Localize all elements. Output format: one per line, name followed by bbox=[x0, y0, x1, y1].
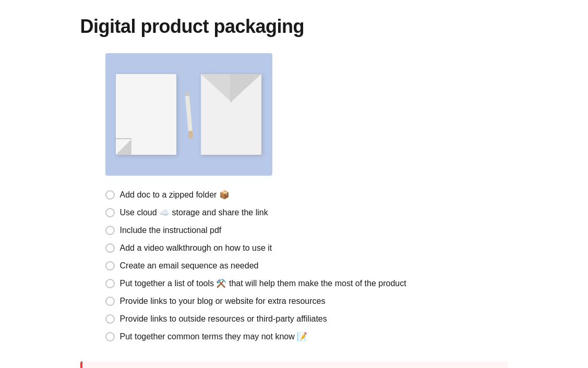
doc-illustration bbox=[105, 53, 272, 176]
image-block-row: + ⋮⋮ bbox=[80, 53, 508, 186]
checklist-label: Provide links to outside resources or th… bbox=[120, 313, 327, 325]
checkbox[interactable] bbox=[105, 190, 115, 200]
drag-handle[interactable]: ⋮⋮ bbox=[92, 258, 102, 268]
list-item[interactable]: Add doc to a zipped folder 📦 bbox=[105, 186, 230, 204]
checklist-label: Provide links to your blog or website fo… bbox=[120, 295, 326, 308]
add-block-button[interactable]: + bbox=[80, 276, 91, 286]
hero-image bbox=[105, 53, 272, 176]
drag-handle[interactable]: ⋮⋮ bbox=[92, 187, 102, 198]
drag-handle[interactable]: ⋮⋮ bbox=[92, 205, 102, 215]
add-block-button[interactable]: + bbox=[80, 187, 91, 198]
image-placeholder bbox=[105, 53, 272, 176]
content-area: + ⋮⋮ +⋮⋮Add doc to a zipped folder 📦+⋮⋮U… bbox=[80, 53, 508, 368]
drag-handle[interactable]: ⋮⋮ bbox=[92, 276, 102, 286]
add-block-button[interactable]: + bbox=[80, 205, 91, 215]
add-block-button[interactable]: + bbox=[80, 311, 91, 322]
drag-handle[interactable]: ⋮⋮ bbox=[92, 329, 102, 339]
checkbox[interactable] bbox=[105, 208, 115, 217]
checklist-block-row: +⋮⋮Include the instructional pdf bbox=[80, 222, 508, 239]
list-item[interactable]: Put together a list of tools ⚒️ that wil… bbox=[105, 275, 406, 292]
checklist-label: Include the instructional pdf bbox=[120, 224, 222, 237]
list-item[interactable]: Provide links to your blog or website fo… bbox=[105, 292, 326, 310]
checklist-label: Put together common terms they may not k… bbox=[120, 330, 308, 343]
checkbox[interactable] bbox=[105, 226, 115, 235]
checklist-block-row: +⋮⋮Put together common terms they may no… bbox=[80, 328, 508, 346]
callout-content: Don't forget to take feedback from custo… bbox=[82, 361, 508, 368]
checklist-label: Use cloud ☁️ storage and share the link bbox=[120, 206, 268, 219]
checklist-label: Add a video walkthrough on how to use it bbox=[120, 242, 272, 254]
checkbox[interactable] bbox=[105, 314, 115, 324]
list-item[interactable]: Include the instructional pdf bbox=[105, 222, 222, 239]
pen-icon bbox=[185, 91, 193, 138]
checkbox[interactable] bbox=[105, 332, 115, 341]
paper-left bbox=[116, 74, 176, 155]
checklist-block-row: +⋮⋮Add a video walkthrough on how to use… bbox=[80, 239, 508, 257]
add-block-button[interactable]: + bbox=[80, 223, 91, 233]
checklist-label: Add doc to a zipped folder 📦 bbox=[120, 189, 230, 201]
page-title: Digital product packaging bbox=[80, 16, 508, 38]
add-block-button[interactable]: + bbox=[80, 329, 91, 339]
list-item[interactable]: Use cloud ☁️ storage and share the link bbox=[105, 204, 268, 222]
checkbox[interactable] bbox=[105, 243, 115, 253]
checkbox[interactable] bbox=[105, 261, 115, 271]
checklist-block-row: +⋮⋮Create an email sequence as needed bbox=[80, 257, 508, 275]
add-block-button[interactable]: + bbox=[80, 258, 91, 268]
checklist-label: Create an email sequence as needed bbox=[120, 260, 259, 272]
add-block-button[interactable]: + bbox=[80, 240, 91, 251]
envelope-right bbox=[201, 74, 261, 155]
checklist-block-row: +⋮⋮Provide links to outside resources or… bbox=[80, 310, 508, 328]
drag-handle[interactable]: ⋮⋮ bbox=[92, 223, 102, 233]
checklist-section: +⋮⋮Add doc to a zipped folder 📦+⋮⋮Use cl… bbox=[80, 186, 508, 346]
drag-handle[interactable]: ⋮⋮ bbox=[92, 54, 102, 65]
list-item[interactable]: Create an email sequence as needed bbox=[105, 257, 259, 275]
checklist-label: Put together a list of tools ⚒️ that wil… bbox=[120, 277, 406, 290]
drag-handle[interactable]: ⋮⋮ bbox=[92, 293, 102, 304]
checklist-block-row: +⋮⋮Use cloud ☁️ storage and share the li… bbox=[80, 204, 508, 222]
add-block-button[interactable]: + bbox=[80, 293, 91, 304]
drag-handle[interactable]: ⋮⋮ bbox=[92, 311, 102, 322]
callout-block: Don't forget to take feedback from custo… bbox=[80, 361, 508, 368]
checklist-block-row: +⋮⋮Provide links to your blog or website… bbox=[80, 292, 508, 310]
checkbox[interactable] bbox=[105, 279, 115, 288]
checkbox[interactable] bbox=[105, 297, 115, 306]
list-item[interactable]: Put together common terms they may not k… bbox=[105, 328, 308, 346]
checklist-block-row: +⋮⋮Add doc to a zipped folder 📦 bbox=[80, 186, 508, 204]
drag-handle[interactable]: ⋮⋮ bbox=[92, 240, 102, 251]
checklist-block-row: +⋮⋮Put together a list of tools ⚒️ that … bbox=[80, 275, 508, 292]
add-block-button[interactable]: + bbox=[80, 54, 91, 65]
list-item[interactable]: Provide links to outside resources or th… bbox=[105, 310, 327, 328]
list-item[interactable]: Add a video walkthrough on how to use it bbox=[105, 239, 272, 257]
